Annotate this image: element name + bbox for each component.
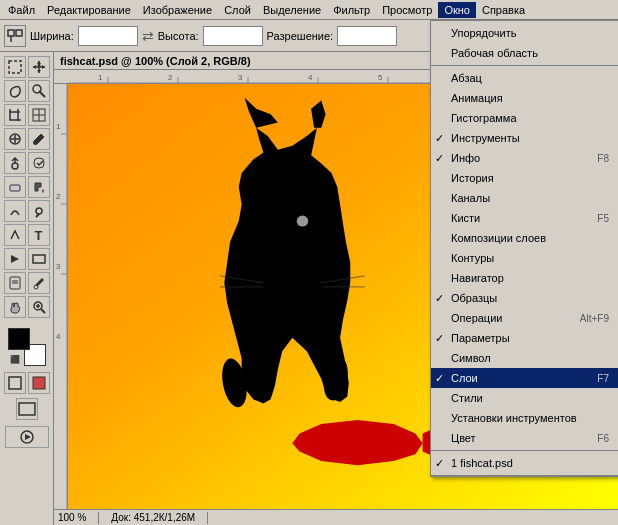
channels-label: Каналы [451, 192, 490, 204]
brushes-label: Кисти [451, 212, 480, 224]
brushes-shortcut: F5 [577, 213, 609, 224]
check-tools: ✓ [435, 132, 444, 145]
menu-paragraph[interactable]: Абзац [431, 68, 618, 88]
info-shortcut: F8 [577, 153, 609, 164]
info-label: Инфо [451, 152, 480, 164]
check-info: ✓ [435, 152, 444, 165]
tools-label: Инструменты [451, 132, 520, 144]
paths-label: Контуры [451, 252, 494, 264]
styles-label: Стили [451, 392, 483, 404]
window-dropdown-menu: Упорядочить Рабочая область Абзац Анимац… [430, 20, 618, 477]
actions-label: Операции [451, 312, 502, 324]
check-fishcat: ✓ [435, 457, 444, 470]
menu-character[interactable]: Символ [431, 348, 618, 368]
menu-section-docs: ✓ 1 fishcat.psd [431, 451, 618, 476]
swatches-label: Образцы [451, 292, 497, 304]
menu-section-panels: Абзац Анимация Гистограмма ✓ Инструменты… [431, 66, 618, 451]
menu-info[interactable]: ✓ Инфо F8 [431, 148, 618, 168]
navigator-label: Навигатор [451, 272, 504, 284]
menu-swatches[interactable]: ✓ Образцы [431, 288, 618, 308]
menu-workspace[interactable]: Рабочая область [431, 43, 618, 63]
animation-label: Анимация [451, 92, 503, 104]
workspace-label: Рабочая область [451, 47, 538, 59]
dropdown-overlay: Упорядочить Рабочая область Абзац Анимац… [0, 0, 618, 525]
layer-comps-label: Композиции слоев [451, 232, 546, 244]
layers-label: Слои [451, 372, 478, 384]
menu-section-arrange: Упорядочить Рабочая область [431, 21, 618, 66]
menu-layer-comps[interactable]: Композиции слоев [431, 228, 618, 248]
menu-tool-presets[interactable]: Установки инструментов [431, 408, 618, 428]
menu-navigator[interactable]: Навигатор [431, 268, 618, 288]
options-label: Параметры [451, 332, 510, 344]
character-label: Символ [451, 352, 491, 364]
color-label: Цвет [451, 432, 476, 444]
menu-styles[interactable]: Стили [431, 388, 618, 408]
actions-shortcut: Alt+F9 [560, 313, 609, 324]
check-layers: ✓ [435, 372, 444, 385]
layers-shortcut: F7 [577, 373, 609, 384]
color-shortcut: F6 [577, 433, 609, 444]
menu-actions[interactable]: Операции Alt+F9 [431, 308, 618, 328]
menu-options[interactable]: ✓ Параметры [431, 328, 618, 348]
menu-color[interactable]: Цвет F6 [431, 428, 618, 448]
menu-paths[interactable]: Контуры [431, 248, 618, 268]
menu-animation[interactable]: Анимация [431, 88, 618, 108]
tool-presets-label: Установки инструментов [451, 412, 577, 424]
menu-history[interactable]: История [431, 168, 618, 188]
menu-fishcat-doc[interactable]: ✓ 1 fishcat.psd [431, 453, 618, 473]
arrange-label: Упорядочить [451, 27, 516, 39]
menu-arrange[interactable]: Упорядочить [431, 23, 618, 43]
menu-layers[interactable]: ✓ Слои F7 [431, 368, 618, 388]
check-options: ✓ [435, 332, 444, 345]
paragraph-label: Абзац [451, 72, 482, 84]
menu-brushes[interactable]: Кисти F5 [431, 208, 618, 228]
menu-tools[interactable]: ✓ Инструменты [431, 128, 618, 148]
check-swatches: ✓ [435, 292, 444, 305]
history-label: История [451, 172, 494, 184]
histogram-label: Гистограмма [451, 112, 517, 124]
menu-channels[interactable]: Каналы [431, 188, 618, 208]
menu-histogram[interactable]: Гистограмма [431, 108, 618, 128]
fishcat-label: 1 fishcat.psd [451, 457, 513, 469]
